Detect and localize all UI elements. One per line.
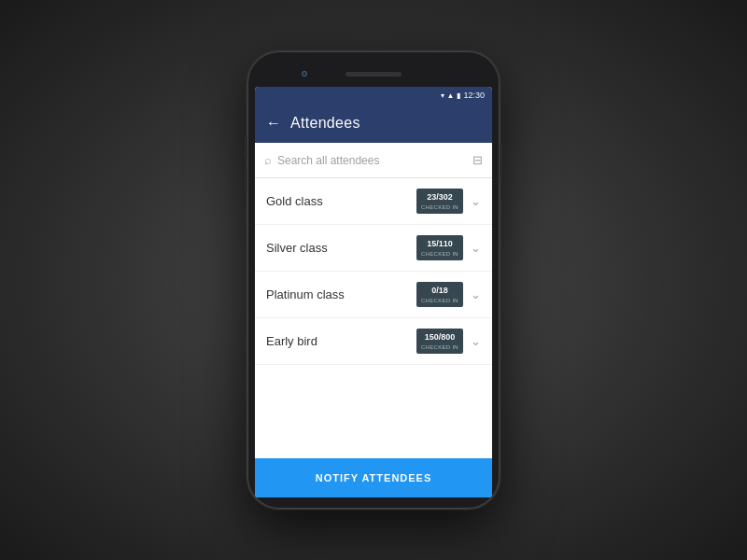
attendee-class-label: Silver class: [266, 241, 416, 255]
list-item[interactable]: Gold class23/302CHECKED IN⌄: [255, 178, 492, 225]
attendee-class-label: Platinum class: [266, 287, 416, 301]
chevron-down-icon: ⌄: [471, 287, 481, 301]
phone-shell: ▾ ▲ ▮ 12:30 ← Attendees ⌕ Search all att…: [247, 51, 500, 509]
checked-in-badge: 23/302CHECKED IN: [416, 189, 463, 214]
battery-icon: ▮: [457, 91, 460, 100]
front-camera: [302, 71, 307, 77]
chevron-down-icon: ⌄: [471, 194, 481, 208]
phone-speaker: [345, 72, 402, 77]
checked-in-badge: 150/800CHECKED IN: [416, 329, 463, 354]
attendee-class-label: Gold class: [266, 194, 416, 208]
phone-top: [255, 63, 492, 85]
signal-icon: ▲: [447, 91, 455, 100]
status-icons: ▾ ▲ ▮ 12:30: [441, 91, 485, 100]
back-button[interactable]: ←: [266, 115, 281, 132]
volume-up-button: [245, 135, 247, 159]
page-title: Attendees: [290, 115, 360, 132]
list-item[interactable]: Platinum class0/18CHECKED IN⌄: [255, 272, 492, 318]
filter-icon[interactable]: ⊟: [472, 153, 483, 167]
volume-down-button: [245, 168, 247, 191]
list-item[interactable]: Early bird150/800CHECKED IN⌄: [255, 318, 492, 365]
wifi-icon: ▾: [441, 91, 444, 100]
search-placeholder[interactable]: Search all attendees: [277, 154, 467, 167]
status-bar: ▾ ▲ ▮ 12:30: [255, 87, 492, 104]
status-time: 12:30: [463, 91, 485, 100]
notify-attendees-button[interactable]: NOTIFY ATTENDEES: [255, 458, 492, 497]
chevron-down-icon: ⌄: [471, 334, 481, 348]
attendee-class-label: Early bird: [266, 334, 416, 348]
app-bar: ← Attendees: [255, 104, 492, 143]
chevron-down-icon: ⌄: [471, 241, 481, 255]
list-item[interactable]: Silver class15/110CHECKED IN⌄: [255, 225, 492, 272]
search-icon: ⌕: [264, 153, 272, 167]
screen: ▾ ▲ ▮ 12:30 ← Attendees ⌕ Search all att…: [255, 87, 492, 497]
checked-in-badge: 15/110CHECKED IN: [416, 235, 463, 260]
attendee-list: Gold class23/302CHECKED IN⌄Silver class1…: [255, 178, 492, 458]
search-bar[interactable]: ⌕ Search all attendees ⊟: [255, 143, 492, 178]
power-button: [500, 145, 502, 182]
notify-button-label: NOTIFY ATTENDEES: [316, 472, 432, 483]
checked-in-badge: 0/18CHECKED IN: [416, 282, 463, 307]
